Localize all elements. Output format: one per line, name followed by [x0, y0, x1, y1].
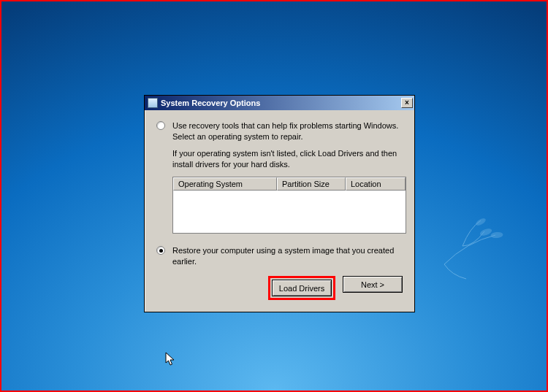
svg-point-2 [491, 232, 503, 238]
option-recovery-tools-label: Use recovery tools that can help fix pro… [172, 120, 403, 142]
option-restore-image: Restore your computer using a system ima… [156, 245, 403, 267]
system-recovery-dialog: System Recovery Options × Use recovery t… [144, 95, 415, 312]
svg-point-1 [479, 228, 492, 237]
col-partition-size[interactable]: Partition Size [277, 177, 346, 191]
load-drivers-button[interactable]: Load Drivers [272, 280, 332, 296]
cursor-icon [165, 352, 177, 366]
option-recovery-tools: Use recovery tools that can help fix pro… [156, 120, 403, 142]
close-button[interactable]: × [401, 98, 413, 108]
option-restore-image-label: Restore your computer using a system ima… [172, 245, 403, 267]
dialog-body: Use recovery tools that can help fix pro… [145, 110, 414, 312]
radio-restore-image[interactable] [156, 246, 165, 255]
table-body-empty[interactable] [173, 191, 406, 233]
desktop-background: System Recovery Options × Use recovery t… [1, 1, 547, 391]
highlight-annotation: Load Drivers [268, 276, 335, 300]
table-header: Operating System Partition Size Location [173, 177, 406, 191]
close-icon: × [405, 99, 409, 107]
hint-text: If your operating system isn't listed, c… [172, 148, 403, 170]
next-button[interactable]: Next > [343, 276, 403, 293]
app-icon [148, 98, 158, 108]
button-row: Load Drivers Next > [156, 276, 403, 300]
radio-recovery-tools[interactable] [156, 121, 165, 130]
titlebar[interactable]: System Recovery Options × [145, 96, 414, 110]
svg-point-0 [475, 218, 486, 226]
col-operating-system[interactable]: Operating System [173, 177, 277, 191]
dialog-title: System Recovery Options [161, 99, 401, 107]
col-location[interactable]: Location [346, 177, 406, 191]
os-table: Operating System Partition Size Location [172, 177, 406, 234]
decorative-leaf [430, 206, 517, 293]
